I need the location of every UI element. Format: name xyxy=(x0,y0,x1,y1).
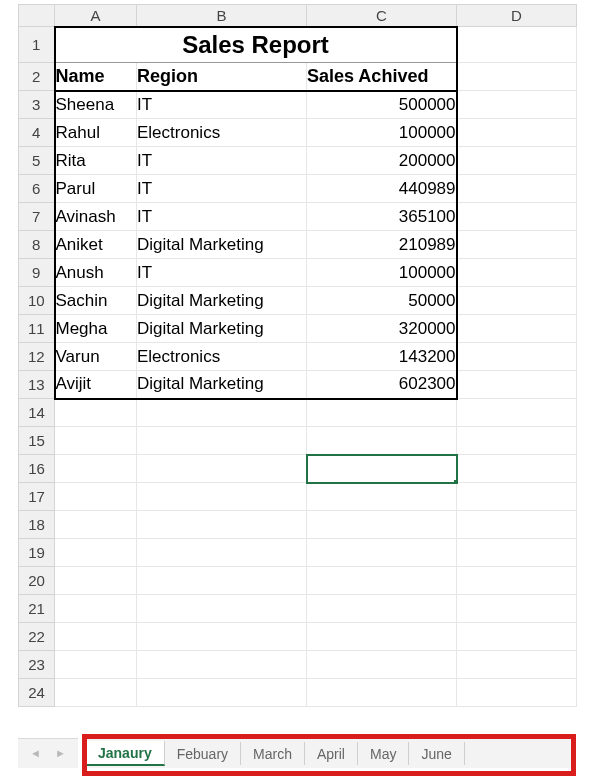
cell[interactable] xyxy=(307,427,457,455)
cell[interactable] xyxy=(55,539,137,567)
row-header[interactable]: 7 xyxy=(19,203,55,231)
cell[interactable] xyxy=(137,427,307,455)
cell-name[interactable]: Avijit xyxy=(55,371,137,399)
cell-sales[interactable]: 365100 xyxy=(307,203,457,231)
cell[interactable] xyxy=(55,399,137,427)
row-header[interactable]: 21 xyxy=(19,595,55,623)
spreadsheet-grid[interactable]: A B C D 1 Sales Report 2 Name Region Sal… xyxy=(18,4,576,707)
cell-sales[interactable]: 320000 xyxy=(307,315,457,343)
header-name[interactable]: Name xyxy=(55,63,137,91)
cell-sales[interactable]: 100000 xyxy=(307,119,457,147)
cell-sales[interactable]: 200000 xyxy=(307,147,457,175)
sheet-tab[interactable]: May xyxy=(358,742,409,765)
cell-name[interactable]: Sachin xyxy=(55,287,137,315)
col-header[interactable]: D xyxy=(457,5,577,27)
cell[interactable] xyxy=(457,259,577,287)
cell[interactable] xyxy=(137,483,307,511)
cell[interactable] xyxy=(457,315,577,343)
select-all-corner[interactable] xyxy=(19,5,55,27)
cell[interactable] xyxy=(137,455,307,483)
cell[interactable] xyxy=(307,455,457,483)
row-header[interactable]: 16 xyxy=(19,455,55,483)
cell[interactable] xyxy=(137,539,307,567)
cell-name[interactable]: Aniket xyxy=(55,231,137,259)
cell[interactable] xyxy=(307,511,457,539)
sheet-tab[interactable]: Febuary xyxy=(165,742,241,765)
cell[interactable] xyxy=(457,427,577,455)
row-header[interactable]: 5 xyxy=(19,147,55,175)
cell[interactable] xyxy=(307,651,457,679)
cell[interactable] xyxy=(457,679,577,707)
row-header[interactable]: 23 xyxy=(19,651,55,679)
cell[interactable] xyxy=(457,287,577,315)
cell[interactable] xyxy=(457,595,577,623)
cell[interactable] xyxy=(137,595,307,623)
cell[interactable] xyxy=(307,623,457,651)
cell[interactable] xyxy=(457,343,577,371)
row-header[interactable]: 2 xyxy=(19,63,55,91)
cell[interactable] xyxy=(457,539,577,567)
cell[interactable] xyxy=(457,175,577,203)
cell[interactable] xyxy=(137,623,307,651)
cell[interactable] xyxy=(457,119,577,147)
nav-next-icon[interactable]: ► xyxy=(55,748,66,759)
cell-region[interactable]: Digital Marketing xyxy=(137,371,307,399)
cell-sales[interactable]: 100000 xyxy=(307,259,457,287)
nav-prev-icon[interactable]: ◄ xyxy=(30,748,41,759)
row-header[interactable]: 10 xyxy=(19,287,55,315)
cell[interactable] xyxy=(457,27,577,63)
sheet-tab[interactable]: June xyxy=(409,742,464,765)
cell[interactable] xyxy=(55,679,137,707)
row-header[interactable]: 4 xyxy=(19,119,55,147)
cell[interactable] xyxy=(55,483,137,511)
cell[interactable] xyxy=(457,623,577,651)
cell-region[interactable]: IT xyxy=(137,203,307,231)
cell[interactable] xyxy=(457,455,577,483)
row-header[interactable]: 6 xyxy=(19,175,55,203)
row-header[interactable]: 1 xyxy=(19,27,55,63)
row-header[interactable]: 19 xyxy=(19,539,55,567)
sheet-tab[interactable]: March xyxy=(241,742,305,765)
cell[interactable] xyxy=(457,147,577,175)
row-header[interactable]: 9 xyxy=(19,259,55,287)
col-header[interactable]: A xyxy=(55,5,137,27)
cell-name[interactable]: Sheena xyxy=(55,91,137,119)
cell[interactable] xyxy=(307,679,457,707)
cell[interactable] xyxy=(307,595,457,623)
cell-region[interactable]: IT xyxy=(137,147,307,175)
header-sales[interactable]: Sales Achived xyxy=(307,63,457,91)
cell[interactable] xyxy=(457,63,577,91)
row-header[interactable]: 18 xyxy=(19,511,55,539)
cell[interactable] xyxy=(55,651,137,679)
row-header[interactable]: 11 xyxy=(19,315,55,343)
cell[interactable] xyxy=(457,511,577,539)
cell-sales[interactable]: 50000 xyxy=(307,287,457,315)
row-header[interactable]: 20 xyxy=(19,567,55,595)
cell[interactable] xyxy=(55,511,137,539)
row-header[interactable]: 13 xyxy=(19,371,55,399)
cell-region[interactable]: Digital Marketing xyxy=(137,231,307,259)
row-header[interactable]: 14 xyxy=(19,399,55,427)
cell-name[interactable]: Parul xyxy=(55,175,137,203)
cell-region[interactable]: Digital Marketing xyxy=(137,287,307,315)
row-header[interactable]: 8 xyxy=(19,231,55,259)
cell-sales[interactable]: 500000 xyxy=(307,91,457,119)
cell[interactable] xyxy=(55,595,137,623)
cell-region[interactable]: Electronics xyxy=(137,343,307,371)
row-header[interactable]: 17 xyxy=(19,483,55,511)
cell-region[interactable]: Digital Marketing xyxy=(137,315,307,343)
cell[interactable] xyxy=(307,399,457,427)
row-header[interactable]: 24 xyxy=(19,679,55,707)
cell[interactable] xyxy=(457,567,577,595)
cell[interactable] xyxy=(55,427,137,455)
cell[interactable] xyxy=(457,203,577,231)
cell-sales[interactable]: 143200 xyxy=(307,343,457,371)
sheet-tab[interactable]: Janaury xyxy=(86,741,165,766)
cell[interactable] xyxy=(307,567,457,595)
cell-region[interactable]: IT xyxy=(137,175,307,203)
cell[interactable] xyxy=(307,483,457,511)
cell-name[interactable]: Rita xyxy=(55,147,137,175)
cell[interactable] xyxy=(137,679,307,707)
row-header[interactable]: 12 xyxy=(19,343,55,371)
cell[interactable] xyxy=(457,399,577,427)
